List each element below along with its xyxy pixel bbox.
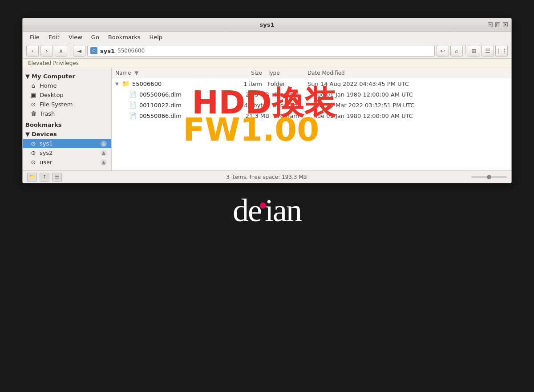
toolbar-right-buttons: ↩ ⌕ ⊞ ☰ ⋮⋮ <box>437 45 508 57</box>
table-row[interactable]: 📄 00550066.dlm 21.3 MB Program Tue 01 Ja… <box>112 110 511 121</box>
sidebar-item-sys1-label: sys1 <box>40 140 53 147</box>
file-name: 55006600 <box>132 81 162 87</box>
forward-button[interactable]: › <box>40 45 53 57</box>
file-type: Folder <box>262 81 302 87</box>
debian-text-de: de <box>233 193 261 228</box>
file-size: 1 item <box>222 81 262 87</box>
sidebar-item-trash[interactable]: 🗑 Trash <box>23 109 111 118</box>
sidebar-item-trash-label: Trash <box>40 110 55 117</box>
elevated-privileges-bar: Elevated Privileges <box>23 59 511 68</box>
column-date-header[interactable]: Date Modified <box>302 70 508 76</box>
column-type-header[interactable]: Type <box>262 70 302 76</box>
search-button[interactable]: ⌕ <box>450 45 463 57</box>
file-type: Program <box>269 102 309 109</box>
file-type: Program <box>269 91 309 98</box>
trash-icon: 🗑 <box>30 110 37 117</box>
minimize-button[interactable]: – <box>488 22 493 27</box>
sidebar-item-home[interactable]: ⌂ Home <box>23 81 111 90</box>
sidebar-item-filesystem-label: File System <box>40 101 73 108</box>
menu-edit[interactable]: Edit <box>45 32 63 42</box>
file-size: 21.3 MB <box>229 91 269 98</box>
view-compact-button[interactable]: ⋮⋮ <box>495 45 508 57</box>
zoom-slider[interactable] <box>471 176 507 178</box>
home-icon: ⌂ <box>30 82 37 89</box>
location-name: sys1 <box>100 48 115 54</box>
sidebar-item-desktop[interactable]: ▣ Desktop <box>23 90 111 100</box>
sidebar-item-sys2[interactable]: ⊙ sys2 ▲ <box>23 148 111 158</box>
back-button[interactable]: ‹ <box>26 45 39 57</box>
menu-go[interactable]: Go <box>88 32 103 42</box>
sys2-icon: ⊙ <box>30 150 37 156</box>
debian-dot <box>260 202 266 209</box>
user-eject-button[interactable]: ▲ <box>101 159 107 166</box>
file-type: Program <box>269 113 309 119</box>
sys2-eject-button[interactable]: ▲ <box>101 150 107 156</box>
location-icon: ⊙ <box>90 47 97 54</box>
column-name-header[interactable]: Name ▼ <box>115 70 222 76</box>
my-computer-arrow: ▼ <box>25 73 30 80</box>
devices-label: Devices <box>32 131 57 137</box>
sidebar-item-user-label: user <box>40 159 52 166</box>
statusbar-btn-folder[interactable]: 📁 <box>27 173 37 182</box>
sys1-eject-button[interactable]: ▲ <box>101 141 107 147</box>
sidebar: ▼ My Computer ⌂ Home ▣ Desktop ⊙ File Sy… <box>23 68 112 170</box>
table-row[interactable]: 📄 00550066.dlm 21.3 MB Program Tue 01 Ja… <box>112 89 511 100</box>
file-date: Tue 01 Jan 1980 12:00:00 AM UTC <box>309 113 508 119</box>
column-size-header[interactable]: Size <box>222 70 262 76</box>
sidebar-item-sys1[interactable]: ⊙ sys1 ▲ <box>23 139 111 148</box>
titlebar-controls: – □ × <box>488 22 508 27</box>
zoom-handle[interactable] <box>487 175 491 179</box>
window-title: sys1 <box>260 21 275 28</box>
view-icons-button[interactable]: ⊞ <box>468 45 480 57</box>
row-name-cell: 📄 00110022.dlm <box>122 101 229 109</box>
bookmark-button[interactable]: ↩ <box>437 45 449 57</box>
bookmarks-toggle[interactable]: Bookmarks <box>23 120 111 129</box>
file-name: 00110022.dlm <box>139 102 182 109</box>
statusbar-info: 3 items, Free space: 193.3 MB <box>62 174 471 180</box>
table-row[interactable]: 📄 00110022.dlm 148 bytes Program Tue 08 … <box>112 100 511 110</box>
filesystem-icon: ⊙ <box>30 101 37 108</box>
sidebar-item-filesystem[interactable]: ⊙ File System <box>23 100 111 109</box>
debian-logo: deian <box>233 192 301 229</box>
titlebar: sys1 – □ × <box>23 18 511 32</box>
menu-view[interactable]: View <box>65 32 86 42</box>
statusbar-btn-list[interactable]: ☰ <box>52 173 62 182</box>
up-button[interactable]: ∧ <box>55 45 67 57</box>
statusbar-zoom <box>471 176 507 178</box>
row-name-cell: 📄 00550066.dlm <box>122 112 229 120</box>
debian-text-ian: ian <box>265 193 301 228</box>
location-bar: ⊙ sys1 55006600 <box>87 45 435 57</box>
location-icon-symbol: ⊙ <box>92 48 96 53</box>
debian-branding: deian <box>233 192 301 229</box>
file-name: 00550066.dlm <box>139 113 182 119</box>
file-manager-window: sys1 – □ × File Edit View Go Bookmarks H… <box>22 18 512 183</box>
table-row[interactable]: ▼ 📁 55006600 1 item Folder Sun 14 Aug 20… <box>112 78 511 89</box>
content-area: ▼ My Computer ⌂ Home ▣ Desktop ⊙ File Sy… <box>23 68 511 170</box>
doc-icon: 📄 <box>129 90 137 98</box>
view-list-button[interactable]: ☰ <box>481 45 494 57</box>
statusbar-left: 📁 ↑ ☰ <box>27 173 62 182</box>
devices-arrow: ▼ <box>25 131 30 137</box>
toggle-sidebar-button[interactable]: ◄ <box>73 45 85 57</box>
sort-arrow: ▼ <box>134 70 138 76</box>
sys1-icon: ⊙ <box>30 140 37 147</box>
menubar: File Edit View Go Bookmarks Help <box>23 32 511 43</box>
toolbar-separator-2 <box>465 45 465 54</box>
folder-toggle[interactable]: ▼ <box>115 81 121 86</box>
statusbar-btn-up[interactable]: ↑ <box>40 173 49 182</box>
row-name-cell: ▼ 📁 55006600 <box>115 80 222 88</box>
file-name: 00550066.dlm <box>139 91 182 98</box>
desktop-icon: ▣ <box>30 92 37 98</box>
my-computer-label: My Computer <box>32 73 75 80</box>
sidebar-item-user[interactable]: ⊙ user ▲ <box>23 158 111 167</box>
maximize-button[interactable]: □ <box>495 22 500 27</box>
menu-bookmarks[interactable]: Bookmarks <box>105 32 144 42</box>
my-computer-toggle[interactable]: ▼ My Computer <box>23 72 111 81</box>
row-name-cell: 📄 00550066.dlm <box>122 90 229 98</box>
menu-help[interactable]: Help <box>146 32 166 42</box>
close-button[interactable]: × <box>503 22 508 27</box>
menu-file[interactable]: File <box>26 32 43 42</box>
location-path: 55006600 <box>117 48 145 54</box>
devices-toggle[interactable]: ▼ Devices <box>23 129 111 139</box>
bookmarks-label: Bookmarks <box>25 121 62 128</box>
